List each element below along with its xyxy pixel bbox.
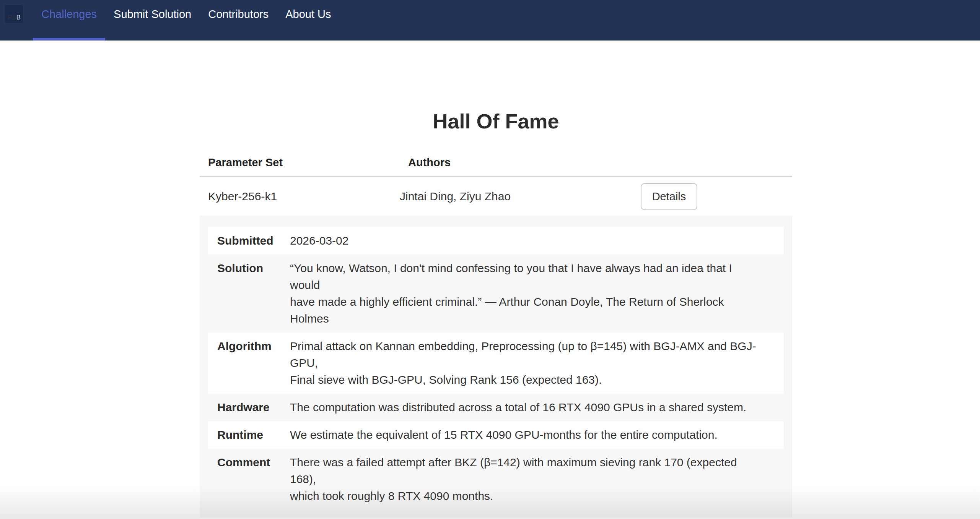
detail-row-solution: Solution “You know, Watson, I don't mind… [208, 255, 784, 332]
table-row-kyber-208-k13: Kyber-208-k13 Jintai Ding, Ziyu Zhao Det… [200, 517, 792, 519]
detail-value: “You know, Watson, I don't mind confessi… [290, 260, 784, 327]
rub-logo-text-strong: RU [8, 14, 16, 21]
parameter-set-cell: Kyber-208-k13 [200, 517, 400, 519]
nav-tab-about-us[interactable]: About Us [277, 5, 339, 41]
nav-tab-label: About Us [285, 8, 331, 20]
detail-label: Comment [217, 454, 290, 504]
detail-row-submitted: Submitted 2026-03-02 [208, 227, 784, 255]
detail-value: The computation was distributed across a… [290, 399, 769, 416]
nav-tab-label: Challenges [41, 8, 97, 20]
detail-row-comment: Comment There was a failed attempt after… [208, 449, 784, 510]
detail-value: 2026-03-02 [290, 232, 371, 249]
table-row-kyber-256-k1: Kyber-256-k1 Jintai Ding, Ziyu Zhao Deta… [200, 177, 792, 216]
parameter-set-cell: Kyber-256-k1 [200, 177, 400, 216]
nav-tab-label: Contributors [208, 8, 269, 20]
column-header-authors: Authors [400, 156, 641, 177]
column-header-actions [641, 156, 792, 177]
top-navigation-bar: RUB Challenges Submit Solution Contribut… [0, 0, 980, 41]
nav-tab-submit-solution[interactable]: Submit Solution [105, 5, 200, 41]
detail-row-algorithm: Algorithm Primal attack on Kannan embedd… [208, 332, 784, 394]
detail-value: We estimate the equivalent of 15 RTX 409… [290, 427, 741, 443]
nav-tab-label: Submit Solution [114, 8, 191, 20]
details-button-kyber-256-k1[interactable]: Details [641, 183, 697, 210]
detail-value: Primal attack on Kannan embedding, Prepr… [290, 338, 784, 388]
hall-of-fame-table: Parameter Set Authors Kyber-256-k1 Jinta… [200, 156, 792, 519]
actions-cell: Details [641, 177, 792, 216]
detail-label: Hardware [217, 399, 290, 416]
rub-logo-text-light: B [16, 14, 21, 21]
detail-row-hardware: Hardware The computation was distributed… [208, 394, 784, 421]
detail-label: Algorithm [217, 338, 290, 388]
detail-label: Submitted [217, 232, 290, 249]
column-header-parameter-set: Parameter Set [200, 156, 400, 177]
authors-cell: Jintai Ding, Ziyu Zhao [400, 517, 641, 519]
detail-row-runtime: Runtime We estimate the equivalent of 15… [208, 421, 784, 449]
detail-label: Runtime [217, 427, 290, 443]
detail-value: There was a failed attempt after BKZ (β=… [290, 454, 784, 504]
main-content: Hall Of Fame Parameter Set Authors Kyber… [200, 41, 792, 519]
details-panel-row: Submitted 2026-03-02 Solution “You know,… [200, 216, 792, 517]
rub-logo[interactable]: RUB [5, 5, 23, 23]
detail-label: Solution [217, 260, 290, 327]
page-title: Hall Of Fame [200, 110, 792, 132]
details-panel: Submitted 2026-03-02 Solution “You know,… [200, 216, 792, 517]
actions-cell: Details [641, 517, 792, 519]
nav-tab-challenges[interactable]: Challenges [33, 5, 105, 41]
table-header-row: Parameter Set Authors [200, 156, 792, 177]
nav-tab-contributors[interactable]: Contributors [200, 5, 277, 41]
authors-cell: Jintai Ding, Ziyu Zhao [400, 177, 641, 216]
